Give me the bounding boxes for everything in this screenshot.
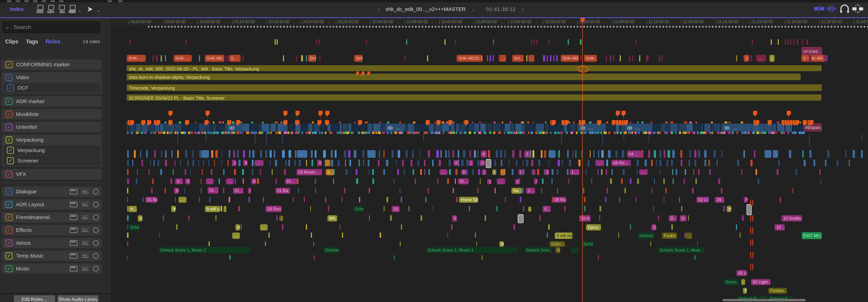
audio-clip[interactable]: 1: [487, 179, 491, 184]
audio-clip[interactable]: D: [461, 170, 466, 175]
role-row-temp-music[interactable]: ✓Temp Music: [2, 251, 102, 261]
storyline-marker-pin[interactable]: [597, 120, 601, 126]
audio-clip[interactable]: …: [226, 178, 234, 184]
storyline-marker-pin[interactable]: [464, 120, 468, 126]
audio-clip[interactable]: D…: [669, 215, 677, 221]
audio-clip[interactable]: (: [518, 170, 523, 175]
storyline-marker-pin[interactable]: [204, 120, 209, 126]
storyline-marker-pin[interactable]: [236, 120, 240, 126]
storyline-clip[interactable]: [480, 124, 486, 131]
storyline-clip[interactable]: [701, 124, 703, 131]
tab-roles[interactable]: Roles: [46, 38, 60, 44]
focus-icon[interactable]: [82, 253, 89, 258]
storyline-marker-pin[interactable]: [795, 120, 799, 126]
storyline-marker-pin[interactable]: [564, 120, 569, 126]
storyline-clip[interactable]: [210, 124, 212, 131]
role-checkbox[interactable]: ✓: [5, 61, 12, 68]
focus-icon[interactable]: [82, 189, 89, 194]
audio-clip[interactable]: Schock Score 1, Music-1: [158, 247, 250, 253]
audio-clip[interactable]: …: [260, 224, 268, 231]
audio-clip[interactable]: D…: [680, 215, 686, 221]
audio-clip[interactable]: 10 Große…: [781, 215, 802, 221]
storyline-clip[interactable]: [175, 124, 182, 131]
audio-clip[interactable]: 06 Ro…: [553, 197, 566, 203]
audio-clip[interactable]: Schoc…: [128, 224, 139, 231]
timeline-marker-pin[interactable]: [283, 111, 287, 117]
audio-clip[interactable]: 02 Light…: [751, 279, 770, 285]
shk-clip[interactable]: SHK…: [354, 55, 363, 62]
audio-clip[interactable]: 0: [454, 160, 459, 166]
audio-lanes-icon[interactable]: [70, 240, 78, 246]
audio-clip[interactable]: …: [497, 178, 505, 184]
audio-clip[interactable]: 01 Ba…: [146, 197, 157, 203]
audio-clip[interactable]: 10 A…: [579, 215, 591, 221]
audio-clip[interactable]: 2: [545, 170, 549, 175]
audio-clip[interactable]: I: [492, 170, 496, 175]
storyline-clip[interactable]: [311, 124, 312, 131]
audio-clip[interactable]: D…: [175, 178, 183, 184]
audio-clip[interactable]: …: [179, 197, 186, 203]
audio-clip[interactable]: …: [571, 247, 578, 253]
audio-lanes-icon[interactable]: [70, 214, 78, 220]
audio-clip[interactable]: 2…: [526, 188, 535, 194]
storyline-clip[interactable]: [653, 124, 660, 131]
audio-clip[interactable]: 1…: [570, 170, 580, 175]
storyline-marker-pin[interactable]: [185, 120, 189, 126]
snapping-icon[interactable]: [852, 4, 864, 13]
audio-clip[interactable]: …: [206, 178, 214, 184]
role-row-video[interactable]: ✓Video: [2, 72, 102, 82]
audio-clip[interactable]: …: [254, 160, 264, 166]
storyline-marker-pin[interactable]: [147, 120, 151, 126]
audio-clip[interactable]: 01 Ba…: [275, 188, 290, 194]
prev-project-chevron[interactable]: ‹: [378, 6, 380, 12]
audio-clip[interactable]: [518, 214, 524, 223]
audio-lanes-icon[interactable]: [70, 228, 78, 233]
audio-clip[interactable]: 0…: [543, 206, 551, 212]
storyline-clip[interactable]: [456, 124, 459, 131]
storyline-clip[interactable]: [711, 124, 713, 131]
audio-clip[interactable]: It will stay…: [555, 233, 572, 239]
storyline-marker-pin[interactable]: [612, 120, 616, 126]
storyline-clip[interactable]: [661, 124, 665, 131]
storyline-clip[interactable]: [713, 124, 720, 131]
role-checkbox[interactable]: ✓: [5, 240, 12, 246]
storyline-marker-pin[interactable]: [767, 120, 772, 126]
storyline-marker-pin[interactable]: [141, 120, 146, 126]
role-checkbox[interactable]: ✓: [5, 227, 12, 234]
storyline-clip[interactable]: [136, 124, 141, 131]
solo-circle-icon[interactable]: [93, 189, 99, 194]
timeline-marker-pin[interactable]: [318, 111, 322, 117]
focus-icon[interactable]: [82, 202, 89, 207]
audio-clip[interactable]: [549, 150, 556, 158]
playhead-line[interactable]: [582, 18, 583, 302]
storyline-clip[interactable]: [493, 124, 501, 131]
shk-clip[interactable]: …: [528, 55, 534, 62]
audio-clip[interactable]: 02 Li…: [696, 197, 707, 203]
show-audio-lanes-button[interactable]: Show Audio Lanes: [57, 295, 99, 302]
storyline-marker-pin[interactable]: [802, 120, 807, 126]
lane-marker-pin[interactable]: [367, 71, 370, 76]
storyline-clip[interactable]: [526, 124, 534, 131]
audio-clip[interactable]: …: [595, 160, 604, 166]
tab-tags[interactable]: Tags: [26, 38, 38, 44]
storyline-marker-pin[interactable]: [358, 120, 362, 126]
title-lane[interactable]: data burn-in shadow+alpha, Verpackung: [127, 73, 801, 80]
role-row-conforming-marker[interactable]: ✓CONFORMING marker: [2, 60, 102, 69]
storyline-clip[interactable]: [704, 124, 711, 131]
storyline-marker-pin[interactable]: [551, 120, 556, 126]
audio-clip[interactable]: H: [556, 247, 560, 253]
audio-clip[interactable]: H…: [128, 206, 137, 212]
shk-clip[interactable]: SHK-M010: L…: [457, 55, 483, 62]
storyline-marker-pin[interactable]: [809, 120, 813, 126]
tools-dropdown-chevron[interactable]: ⌄: [78, 8, 82, 13]
audio-clip[interactable]: A: [744, 197, 747, 203]
storyline-clip[interactable]: [415, 124, 422, 131]
role-checkbox[interactable]: ✓: [5, 98, 12, 105]
audio-clip[interactable]: Glitte…: [550, 241, 565, 247]
role-checkbox[interactable]: ✓: [5, 74, 12, 81]
shk-clip[interactable]: SHK-…: [127, 55, 146, 62]
storyline-marker-pin[interactable]: [295, 120, 299, 126]
audio-clip[interactable]: 6: [251, 178, 256, 184]
audio-clip[interactable]: H: [138, 215, 142, 221]
horizontal-scrollbar-thumb[interactable]: [722, 299, 806, 301]
